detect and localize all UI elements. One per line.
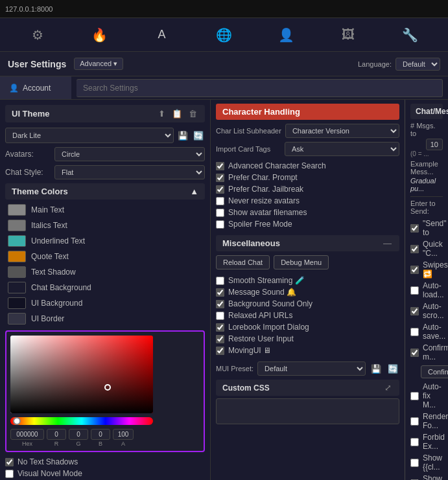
cb-spoiler-free-mode-input[interactable] xyxy=(216,220,224,229)
checkbox-no-text-shadows-input[interactable] xyxy=(5,458,14,466)
chat-style-select[interactable]: Flat xyxy=(54,165,205,179)
cb-movingui-input[interactable] xyxy=(216,347,224,355)
cb-prefer-char-jailbreak-input[interactable] xyxy=(216,185,224,194)
nav-icon-globe[interactable]: 🌐 xyxy=(208,19,239,51)
import-card-tags-select[interactable]: Ask xyxy=(285,142,399,156)
misc-toggle[interactable]: — xyxy=(382,238,393,248)
color-swatch-italics-text[interactable] xyxy=(8,220,26,231)
misc-header: Miscellaneous — xyxy=(216,235,399,251)
color-swatch-underlined-text[interactable] xyxy=(8,235,26,247)
char-list-subheader-select[interactable]: Character Version xyxy=(285,124,399,138)
debug-menu-button[interactable]: Debug Menu xyxy=(274,255,329,269)
cb-right-confirm-m-label: Confirm m... xyxy=(423,343,448,361)
address-bar: 127.0.0.1:8000 xyxy=(5,5,53,13)
theme-colors-header[interactable]: Theme Colors ▲ xyxy=(5,183,205,200)
custom-css-area[interactable] xyxy=(216,398,399,424)
cb-never-resize-avatars-input[interactable] xyxy=(216,197,224,205)
color-swatch-quote-text[interactable] xyxy=(8,251,26,262)
cb-right-render-fo-label: Render Fo... xyxy=(423,412,448,430)
nav-icon-image[interactable]: 🖼 xyxy=(333,19,364,51)
color-hex-input[interactable] xyxy=(10,429,44,440)
cb-advanced-char-search-input[interactable] xyxy=(216,162,224,170)
cb-right-confirm-m-input[interactable] xyxy=(410,349,419,357)
cb-background-sound-only: Background Sound Only xyxy=(216,298,399,310)
cb-prefer-char-prompt: Prefer Char. Prompt xyxy=(216,172,399,183)
checkbox-visual-novel-input[interactable] xyxy=(5,470,14,478)
nav-icon-tool[interactable]: 🔧 xyxy=(395,19,426,51)
settings-header: User Settings Advanced ▾ Language: Defau… xyxy=(0,52,448,76)
custom-css-expand-icon[interactable]: ⤢ xyxy=(383,383,393,393)
ui-theme-icon-copy[interactable]: 📋 xyxy=(171,109,183,119)
search-input[interactable] xyxy=(77,79,443,97)
color-r-input[interactable] xyxy=(47,429,66,440)
color-a-input[interactable] xyxy=(113,429,134,440)
color-a-col: A xyxy=(113,429,134,447)
advanced-button[interactable]: Advanced ▾ xyxy=(74,58,123,70)
nav-icon-text[interactable]: A xyxy=(147,19,178,51)
confirm-button[interactable]: Confirm xyxy=(421,365,448,378)
color-row-main-text: Main Text xyxy=(5,202,205,218)
cb-right-autosave-input[interactable] xyxy=(410,328,419,336)
cb-right-swipes-input[interactable] xyxy=(410,266,419,274)
cb-right-swipes-label: Swipes 🔁 xyxy=(423,260,448,279)
cb-right-autoload-label: Auto-load... xyxy=(423,281,444,299)
ui-theme-label: UI Theme xyxy=(12,109,50,119)
language-select[interactable]: Default xyxy=(395,58,440,71)
cb-prefer-char-jailbreak-label: Prefer Char. Jailbreak xyxy=(228,185,303,194)
color-swatch-text-shadow[interactable] xyxy=(8,266,26,278)
color-swatch-chat-background[interactable] xyxy=(8,282,26,293)
nav-bar: ⚙ 🔥 A 🌐 👤 🖼 🔧 xyxy=(0,18,448,52)
cb-prefer-char-prompt-input[interactable] xyxy=(216,174,224,182)
theme-select[interactable]: Dark Lite xyxy=(5,128,174,143)
color-swatch-main-text[interactable] xyxy=(8,204,26,216)
right-chat-mess-header: Chat/Mess... xyxy=(410,104,443,119)
theme-colors-label: Theme Colors xyxy=(12,187,68,196)
mui-preset-select[interactable]: Default xyxy=(257,361,366,376)
cb-right-render-fo-input[interactable] xyxy=(410,417,419,426)
cb-prefer-char-prompt-label: Prefer Char. Prompt xyxy=(228,173,298,182)
cb-message-sound-input[interactable] xyxy=(216,288,224,297)
cb-lorebook-import-dialog-input[interactable] xyxy=(216,323,224,332)
cb-right-forbid-ex-input[interactable] xyxy=(410,438,419,446)
cb-smooth-streaming-input[interactable] xyxy=(216,277,224,285)
theme-save-icon[interactable]: 💾 xyxy=(176,131,189,141)
cb-right-swipes: Swipes 🔁 xyxy=(410,259,443,280)
cb-right-send-to-input[interactable] xyxy=(410,224,419,233)
right-gradual-label: Gradual pu... xyxy=(410,177,443,192)
gradient-cursor[interactable] xyxy=(104,384,111,391)
cb-right-show-cl-input[interactable] xyxy=(410,459,419,467)
reload-chat-button[interactable]: Reload Chat xyxy=(216,255,270,269)
cb-right-autoload-input[interactable] xyxy=(410,286,419,295)
account-button[interactable]: 👤 Account xyxy=(0,76,71,99)
cb-restore-user-input-input[interactable] xyxy=(216,335,224,343)
avatars-select[interactable]: Circle xyxy=(54,147,205,161)
ui-theme-header: UI Theme ⬆ 📋 🗑 xyxy=(5,105,205,122)
theme-refresh-icon[interactable]: 🔄 xyxy=(192,131,205,141)
color-swatch-ui-border[interactable] xyxy=(8,313,26,325)
cb-right-send-to-label: "Send" to xyxy=(423,219,447,237)
color-b-input[interactable] xyxy=(91,429,110,440)
hue-cursor[interactable] xyxy=(13,417,21,425)
color-swatch-ui-background[interactable] xyxy=(8,297,26,309)
cb-right-forbid-ex-label: Forbid Ex... xyxy=(423,433,445,451)
cb-show-avatar-filenames-input[interactable] xyxy=(216,209,224,217)
cb-right-quick-c-input[interactable] xyxy=(410,245,419,253)
mui-save-icon[interactable]: 💾 xyxy=(370,364,383,374)
cb-right-autofix-m-input[interactable] xyxy=(410,392,419,400)
color-g-input[interactable] xyxy=(69,429,88,440)
hue-slider[interactable] xyxy=(10,417,153,425)
nav-icon-fire[interactable]: 🔥 xyxy=(84,19,115,51)
cb-background-sound-only-input[interactable] xyxy=(216,300,224,308)
cb-relaxed-api-urls-input[interactable] xyxy=(216,312,224,320)
nav-icon-person[interactable]: 👤 xyxy=(270,19,301,51)
mui-refresh-icon[interactable]: 🔄 xyxy=(386,364,399,374)
nav-icon-settings[interactable]: ⚙ xyxy=(22,19,53,51)
color-hex-label: Hex xyxy=(22,440,32,447)
color-gradient[interactable] xyxy=(10,336,153,413)
char-handling-header: Character Handling xyxy=(216,104,399,120)
cb-right-autoscro-input[interactable] xyxy=(410,307,419,315)
ui-theme-icon-upload[interactable]: ⬆ xyxy=(157,109,167,119)
settings-title: User Settings xyxy=(8,59,66,69)
ui-theme-icon-trash[interactable]: 🗑 xyxy=(187,109,198,119)
color-label-ui-background: UI Background xyxy=(31,299,82,308)
